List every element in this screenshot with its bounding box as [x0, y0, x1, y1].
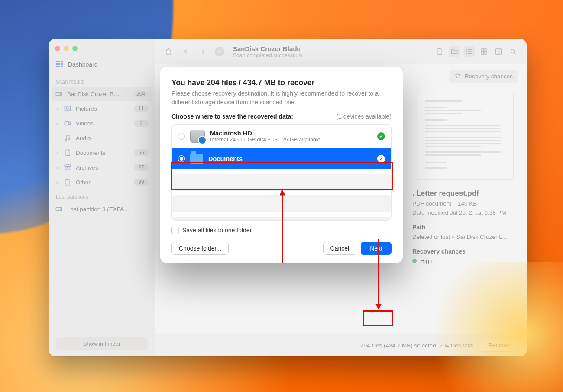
- rc-text: High: [420, 257, 433, 264]
- video-icon: [64, 119, 71, 127]
- checkbox-icon: [171, 227, 179, 234]
- count-badge: 204: [133, 90, 149, 97]
- view-list-button[interactable]: [463, 46, 475, 57]
- destination-list: Macintosh HD Internal 245.11 GB disk • 1…: [171, 124, 392, 221]
- choose-label: Choose where to save the recovered data:: [171, 113, 293, 120]
- count-badge: 99: [134, 179, 149, 186]
- sidebar-item-label: Lost partition 3 (EXFA…: [67, 206, 149, 212]
- svg-point-1: [60, 93, 61, 94]
- zoom-window-button[interactable]: [72, 46, 78, 51]
- dashboard-icon: [56, 61, 64, 68]
- chevron-right-icon: ›: [55, 149, 59, 156]
- preview-filename: . Letter request.pdf: [412, 189, 518, 198]
- toolbar: SanDisk Cruzer Blade Scan completed succ…: [155, 39, 527, 64]
- footer-bar: 204 files (434.7 MB) selected, 204 files…: [155, 334, 527, 356]
- recovery-chances-chip[interactable]: Recovery chances: [449, 70, 518, 83]
- sidebar-section-lost-partitions: Lost partitions: [49, 190, 155, 202]
- svg-rect-14: [484, 49, 486, 51]
- chip-label: Recovery chances: [465, 73, 513, 80]
- chevron-right-icon: ›: [55, 179, 59, 186]
- svg-point-10: [466, 49, 467, 50]
- radio-unselected-icon: [178, 133, 185, 140]
- destination-name: Documents: [208, 155, 243, 162]
- save-to-one-folder-option[interactable]: Save all files to one folder: [171, 227, 392, 234]
- drive-icon: [55, 90, 63, 98]
- svg-rect-16: [484, 52, 486, 54]
- sidebar-item-audio[interactable]: Audio: [49, 131, 155, 145]
- count-badge: 65: [134, 149, 149, 156]
- home-button[interactable]: [163, 46, 174, 57]
- destination-row-documents[interactable]: Documents: [172, 148, 391, 169]
- preview-path: Deleted or lost▸SanDisk Cruzer B…: [412, 233, 518, 240]
- sidebar: Dashboard Scan results SanDisk Cruzer B……: [49, 39, 155, 356]
- scan-status-icon: [215, 47, 224, 56]
- option-label: Save all files to one folder: [182, 227, 252, 234]
- sidebar-item-lost-partition[interactable]: Lost partition 3 (EXFA…: [49, 202, 155, 216]
- path-part: SanDisk Cruzer B…: [456, 234, 509, 240]
- show-in-finder-button[interactable]: Show in Finder: [56, 337, 148, 350]
- image-icon: [64, 105, 71, 112]
- path-part: Deleted or lost: [412, 234, 450, 240]
- sidebar-item-label: Archives: [76, 164, 129, 171]
- preview-pane: . Letter request.pdf PDF document – 140 …: [412, 93, 518, 264]
- sidebar-item-device[interactable]: SanDisk Cruzer B… 204: [52, 87, 152, 101]
- sidebar-item-label: Documents: [76, 150, 129, 156]
- dialog-subtext: Please choose recovery destination. It i…: [171, 89, 392, 107]
- placeholder-row: [172, 195, 391, 212]
- svg-point-9: [60, 209, 61, 209]
- choose-folder-button[interactable]: Choose folder...: [171, 242, 229, 255]
- count-badge: 27: [134, 164, 149, 171]
- status-dot-icon: [412, 259, 417, 263]
- placeholder-row: [172, 174, 391, 191]
- sidebar-item-dashboard[interactable]: Dashboard: [49, 56, 155, 74]
- title-block: SanDisk Cruzer Blade Scan completed succ…: [230, 45, 428, 58]
- preview-kind: PDF document – 140 KB: [412, 200, 518, 207]
- sidebar-item-label: Audio: [76, 135, 149, 141]
- selection-stats: 204 files (434.7 MB) selected, 204 files…: [360, 342, 474, 349]
- star-icon: [454, 72, 461, 80]
- svg-point-5: [65, 139, 67, 141]
- devices-available: (1 devices available): [336, 113, 392, 120]
- sidebar-item-label: SanDisk Cruzer B…: [67, 91, 129, 97]
- view-grid-button[interactable]: [478, 46, 489, 57]
- destination-placeholder-area: [172, 174, 391, 220]
- preview-modified: Date modified Jul 25, 2…at 6:18 PM: [412, 209, 518, 216]
- sidebar-item-archives[interactable]: › Archives 27: [49, 160, 155, 175]
- page-title: SanDisk Cruzer Blade: [233, 45, 428, 52]
- destination-meta: Internal 245.11 GB disk • 131.25 GB avai…: [210, 137, 320, 143]
- minimize-window-button[interactable]: [64, 46, 69, 51]
- view-file-button[interactable]: [434, 46, 445, 57]
- back-button[interactable]: [180, 46, 191, 57]
- sidebar-item-other[interactable]: › Other 99: [49, 175, 155, 190]
- chevron-right-icon: ›: [55, 120, 59, 127]
- svg-rect-17: [495, 49, 502, 54]
- archive-icon: [64, 164, 71, 171]
- sidebar-item-documents[interactable]: › Documents 65: [49, 145, 155, 160]
- destination-row-macintosh-hd[interactable]: Macintosh HD Internal 245.11 GB disk • 1…: [172, 125, 391, 148]
- recover-button[interactable]: Recover: [481, 339, 518, 352]
- chevron-right-icon: ›: [55, 164, 59, 171]
- drive-icon: [55, 205, 63, 213]
- toggle-preview-button[interactable]: [493, 46, 504, 57]
- preview-path-heading: Path: [412, 224, 518, 231]
- svg-rect-7: [65, 165, 71, 167]
- close-window-button[interactable]: [55, 46, 60, 51]
- page-subtitle: Scan completed successfully: [233, 52, 428, 58]
- internal-disk-icon: [190, 130, 205, 143]
- view-folder-button[interactable]: [449, 46, 460, 57]
- svg-rect-4: [65, 122, 69, 125]
- document-thumbnail: [417, 93, 514, 180]
- cancel-button[interactable]: Cancel: [323, 242, 357, 255]
- next-button[interactable]: Next: [361, 242, 392, 255]
- forward-button[interactable]: [197, 46, 209, 57]
- sidebar-item-pictures[interactable]: › Pictures 11: [49, 101, 155, 116]
- count-badge: 2: [134, 120, 149, 127]
- svg-point-18: [511, 49, 515, 53]
- search-button[interactable]: [508, 46, 519, 57]
- selected-check-icon: [377, 155, 385, 163]
- svg-point-11: [466, 51, 467, 52]
- count-badge: 11: [134, 105, 149, 112]
- svg-rect-15: [481, 52, 483, 54]
- sidebar-item-videos[interactable]: › Videos 2: [49, 116, 155, 131]
- window-controls: [49, 43, 155, 56]
